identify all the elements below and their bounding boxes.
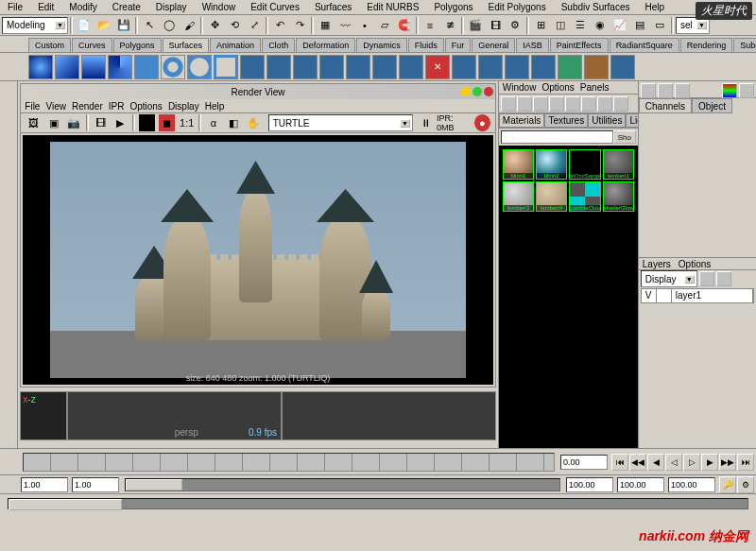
snapshot-icon[interactable]: 📷 bbox=[65, 113, 83, 132]
menu-modify[interactable]: Modify bbox=[65, 1, 100, 13]
renderer-dropdown[interactable]: TURTLE bbox=[268, 114, 413, 131]
range-start-field[interactable] bbox=[21, 477, 68, 492]
detach-icon[interactable] bbox=[478, 55, 503, 79]
mode-dropdown[interactable]: Modeling bbox=[2, 17, 68, 34]
rp-list-icon[interactable] bbox=[641, 83, 656, 98]
open-scene-icon[interactable]: 📂 bbox=[94, 16, 113, 35]
goto-start-icon[interactable]: ⏮ bbox=[611, 454, 628, 471]
trim-icon[interactable] bbox=[610, 55, 635, 79]
shelf-tab-surfaces[interactable]: Surfaces bbox=[163, 38, 210, 52]
menu-subdiv[interactable]: Subdiv Surfaces bbox=[558, 1, 634, 13]
shelf-tab-fur[interactable]: Fur bbox=[445, 38, 472, 52]
revolve-icon[interactable] bbox=[240, 55, 265, 79]
snap-plane-icon[interactable]: ▱ bbox=[375, 16, 394, 35]
nurbs-cube-icon[interactable] bbox=[55, 55, 79, 79]
nurbs-cone-icon[interactable] bbox=[108, 55, 132, 79]
nurbs-cylinder-icon[interactable] bbox=[81, 55, 106, 79]
rp-tab-channels[interactable]: Channels bbox=[639, 98, 692, 113]
hypershade-swatch-area[interactable]: blinn1 blinn2 aiOccSampler5 lambert1 lam… bbox=[499, 146, 638, 448]
graph-icon[interactable]: 📈 bbox=[610, 16, 629, 35]
menu-display[interactable]: Display bbox=[152, 1, 191, 13]
autokey-icon[interactable]: 🔑 bbox=[719, 476, 736, 493]
viewport-side[interactable] bbox=[282, 391, 496, 440]
boundary-icon[interactable] bbox=[372, 55, 397, 79]
render-frame-icon[interactable]: 🎬 bbox=[466, 16, 485, 35]
ipr-render-icon[interactable]: 🎞 bbox=[486, 16, 505, 35]
snap-curve-icon[interactable]: 〰 bbox=[335, 16, 354, 35]
swatch-particlecloud[interactable]: particleCloud1 bbox=[569, 181, 600, 212]
redo-render-icon[interactable]: 🖼 bbox=[25, 113, 43, 132]
range-end-field[interactable] bbox=[617, 477, 664, 492]
shelf-tab-fluids[interactable]: Fluids bbox=[408, 38, 444, 52]
rp-gear-icon[interactable] bbox=[739, 83, 754, 98]
nurbs-circle-icon[interactable] bbox=[187, 55, 212, 79]
hs-input-icon[interactable] bbox=[613, 96, 628, 112]
nurbs-square-icon[interactable] bbox=[214, 55, 238, 79]
shelf-tab-general[interactable]: General bbox=[472, 38, 515, 52]
hs-graph-icon[interactable] bbox=[597, 96, 612, 112]
menu-editpolygons[interactable]: Edit Polygons bbox=[485, 1, 550, 13]
attach-icon[interactable] bbox=[452, 55, 476, 79]
current-time-field[interactable] bbox=[560, 455, 608, 470]
shelf-tab-deformation[interactable]: Deformation bbox=[296, 38, 355, 52]
swatch-blinn1[interactable]: blinn1 bbox=[503, 149, 534, 180]
snap-live-icon[interactable]: 🧲 bbox=[395, 16, 414, 35]
hs-show-top-icon[interactable] bbox=[517, 96, 532, 112]
original-size-icon[interactable]: 1:1 bbox=[178, 113, 196, 132]
bevel-icon[interactable] bbox=[399, 55, 423, 79]
rv-menu-help[interactable]: Help bbox=[205, 101, 225, 112]
rv-menu-view[interactable]: View bbox=[45, 101, 66, 112]
extrude-icon[interactable] bbox=[319, 55, 344, 79]
swatch-lambert4[interactable]: lambert4 bbox=[536, 181, 567, 212]
step-back-icon[interactable]: ◀ bbox=[647, 454, 664, 471]
history-off-icon[interactable]: ≢ bbox=[440, 16, 459, 35]
menu-edit[interactable]: Edit bbox=[34, 1, 58, 13]
render-globals-icon[interactable]: ⚙ bbox=[506, 16, 524, 35]
paint-select-icon[interactable]: 🖌 bbox=[180, 16, 198, 35]
layer-up-icon[interactable] bbox=[716, 271, 731, 286]
step-back-key-icon[interactable]: ◀◀ bbox=[629, 454, 646, 471]
range-end2-field[interactable] bbox=[668, 477, 715, 492]
step-fwd-key-icon[interactable]: ▶▶ bbox=[719, 454, 736, 471]
save-scene-icon[interactable]: 💾 bbox=[114, 16, 133, 35]
command-scroll[interactable] bbox=[8, 498, 748, 509]
menu-help[interactable]: Help bbox=[642, 1, 669, 13]
swatch-lambert1[interactable]: lambert1 bbox=[603, 149, 634, 180]
swatch-shaderglow[interactable]: shaderGlow1 bbox=[603, 181, 634, 212]
hs-tab-materials[interactable]: Materials bbox=[499, 113, 545, 128]
swatch-blinn2[interactable]: blinn2 bbox=[536, 149, 567, 180]
render-region-icon[interactable]: ▣ bbox=[44, 113, 62, 132]
swatch-occ[interactable]: aiOccSampler5 bbox=[569, 149, 600, 180]
display-alpha-icon[interactable]: α bbox=[204, 113, 222, 132]
render-image-area[interactable]: size: 640 480 zoom: 1.000 (TURTLIQ) bbox=[23, 135, 493, 385]
nurbs-plane-icon[interactable] bbox=[134, 55, 159, 79]
planar-icon[interactable] bbox=[293, 55, 318, 79]
shelf-tab-iasb[interactable]: IASB bbox=[516, 38, 549, 52]
range-track[interactable] bbox=[125, 478, 560, 491]
shelf-tab-polygons[interactable]: Polygons bbox=[113, 38, 162, 52]
hs-create-icon[interactable] bbox=[501, 96, 516, 112]
birail-icon[interactable] bbox=[346, 55, 370, 79]
layer-row-1[interactable]: V layer1 bbox=[641, 288, 754, 303]
layers-menu-layers[interactable]: Layers bbox=[643, 259, 671, 269]
range-thumb[interactable] bbox=[126, 479, 182, 491]
goto-end-icon[interactable]: ⏭ bbox=[737, 454, 754, 471]
move-icon[interactable]: ✥ bbox=[205, 16, 224, 35]
pause-ipr-icon[interactable]: ⏸ bbox=[417, 113, 435, 132]
undo-icon[interactable]: ↶ bbox=[270, 16, 289, 35]
render-seq-icon[interactable]: 🎞 bbox=[92, 113, 110, 132]
rv-menu-display[interactable]: Display bbox=[168, 101, 199, 112]
loft-icon[interactable] bbox=[266, 55, 291, 79]
script-icon[interactable]: ▭ bbox=[650, 16, 669, 35]
rv-menu-render[interactable]: Render bbox=[72, 101, 103, 112]
menu-editnurbs[interactable]: Edit NURBS bbox=[363, 1, 422, 13]
playback-end-field[interactable] bbox=[566, 477, 613, 492]
shelf-tab-radiant[interactable]: RadiantSquare bbox=[610, 38, 679, 52]
insert-iso-icon[interactable] bbox=[558, 55, 582, 79]
close-icon[interactable] bbox=[484, 87, 493, 96]
layer-name[interactable]: layer1 bbox=[672, 289, 753, 302]
history-on-icon[interactable]: ≡ bbox=[421, 16, 439, 35]
layer-vis-toggle[interactable]: V bbox=[642, 289, 657, 302]
hs-rearrange-icon[interactable] bbox=[581, 96, 596, 112]
rv-menu-file[interactable]: File bbox=[25, 101, 40, 112]
